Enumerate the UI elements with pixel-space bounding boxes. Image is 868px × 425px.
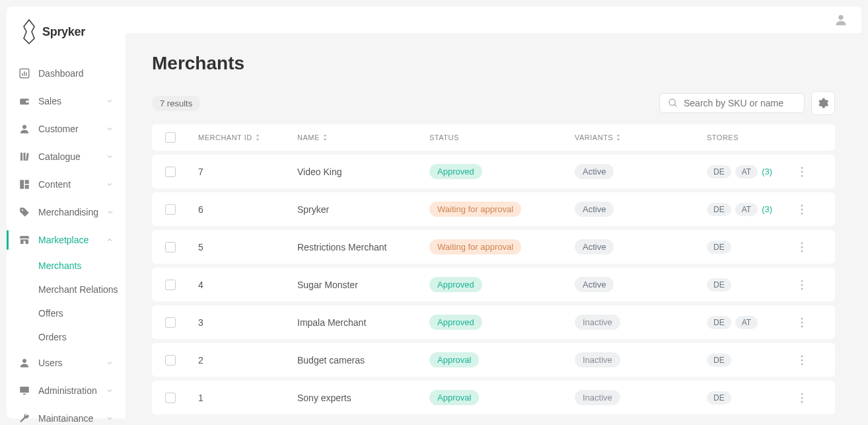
svg-rect-14 [24,241,26,245]
row-actions-button[interactable] [795,241,809,254]
select-all-checkbox[interactable] [165,132,176,143]
svg-point-36 [801,355,803,357]
column-merchant-id[interactable]: Merchant ID [198,134,297,141]
row-checkbox[interactable] [165,317,176,328]
sidebar-sub-merchant-relations[interactable]: Merchant Relations [38,278,126,301]
svg-point-37 [801,359,803,361]
row-actions-button[interactable] [795,203,809,216]
table-row: 4Sugar MonsterApprovedActiveDE [152,268,835,301]
nav: DashboardSalesCustomerCatalogueContentMe… [7,57,126,425]
store-tag: DE [707,241,731,254]
page-title: Merchants [152,53,835,74]
svg-point-34 [801,321,803,323]
store-tag: AT [735,316,758,329]
sidebar-item-users[interactable]: Users [7,349,126,377]
store-tag: DE [707,165,731,178]
svg-point-24 [801,204,803,206]
sidebar-item-merchandising[interactable]: Merchandising [7,198,126,226]
sort-icon [255,134,260,141]
variant-pill: Active [575,164,614,179]
variant-pill: Inactive [575,352,620,367]
table-row: 2Budget camerasApprovalInactiveDE [152,343,835,377]
search-input[interactable] [684,98,799,108]
svg-point-29 [801,250,803,252]
svg-rect-3 [26,73,27,76]
sidebar-sub-merchants[interactable]: Merchants [38,254,126,278]
row-checkbox[interactable] [165,393,176,403]
row-actions-button[interactable] [795,316,809,329]
store-tag: AT [735,165,758,178]
svg-point-22 [801,171,803,173]
logo[interactable]: Spryker [7,7,126,57]
row-actions-button[interactable] [795,354,809,367]
stores-more[interactable]: (3) [762,167,772,176]
row-checkbox[interactable] [165,167,176,177]
logo-text: Spryker [42,25,85,39]
row-checkbox[interactable] [165,355,176,366]
store-tag: DE [707,203,731,216]
row-checkbox[interactable] [165,242,176,252]
svg-rect-2 [24,71,25,76]
sidebar-sub-offers[interactable]: Offers [38,301,126,325]
row-actions-button[interactable] [795,391,809,405]
chevron-up-icon [106,236,114,244]
variant-pill: Inactive [575,315,620,330]
svg-point-19 [669,99,675,105]
cell-id: 5 [198,242,297,252]
status-pill: Approved [429,164,482,179]
cell-id: 6 [198,204,297,215]
svg-rect-10 [20,180,24,189]
cell-id: 4 [198,280,297,290]
sidebar-item-customer[interactable]: Customer [7,115,126,143]
status-pill: Approved [429,277,482,292]
user-avatar-icon[interactable] [834,13,848,27]
chevron-down-icon [106,97,114,105]
table-row: 1Sony expertsApprovalInactiveDE [152,381,835,414]
tag-icon [18,206,30,218]
sidebar-sub-orders[interactable]: Orders [38,325,126,349]
sidebar-item-label: Marketplace [38,235,98,245]
cell-name: Restrictions Merchant [297,242,429,252]
column-stores: Stores [707,134,795,141]
sidebar-item-content[interactable]: Content [7,171,126,198]
sidebar-item-maintainance[interactable]: Maintainance [7,405,126,425]
svg-point-31 [801,284,803,286]
svg-rect-5 [26,100,29,102]
column-name[interactable]: Name [297,134,429,141]
svg-point-27 [801,242,803,244]
row-actions-button[interactable] [795,165,809,178]
sidebar-item-dashboard[interactable]: Dashboard [7,59,126,87]
sidebar-item-label: Users [38,358,98,368]
column-variants[interactable]: Variants [575,134,707,141]
chevron-down-icon [106,153,114,161]
settings-button[interactable] [811,91,835,115]
chart-icon [18,67,30,79]
sidebar-item-administration[interactable]: Administration [7,377,126,405]
svg-rect-9 [26,153,29,161]
variant-pill: Active [575,277,614,292]
svg-point-18 [838,15,843,20]
row-actions-button[interactable] [795,278,809,291]
svg-point-40 [801,397,803,399]
svg-point-41 [801,401,803,403]
sidebar-item-sales[interactable]: Sales [7,87,126,115]
cell-name: Budget cameras [297,355,429,366]
sidebar-item-label: Merchandising [38,207,98,217]
row-checkbox[interactable] [165,204,176,215]
sidebar-item-label: Customer [38,124,98,134]
table-header: Merchant ID Name Status Variants Stores [152,124,835,151]
sidebar-item-label: Catalogue [38,151,98,162]
sidebar-item-marketplace[interactable]: Marketplace [7,226,126,254]
row-checkbox[interactable] [165,280,176,290]
store-icon [18,234,30,246]
sidebar-item-catalogue[interactable]: Catalogue [7,143,126,171]
column-status: Status [429,134,575,141]
sidebar-item-label: Dashboard [38,68,114,79]
svg-rect-17 [23,394,26,395]
sort-icon [322,134,328,141]
search-box[interactable] [659,93,805,113]
svg-point-6 [22,125,26,129]
svg-rect-12 [25,185,29,189]
content: Merchants 7 results Merchant ID Name [126,33,861,418]
stores-more[interactable]: (3) [762,204,772,214]
